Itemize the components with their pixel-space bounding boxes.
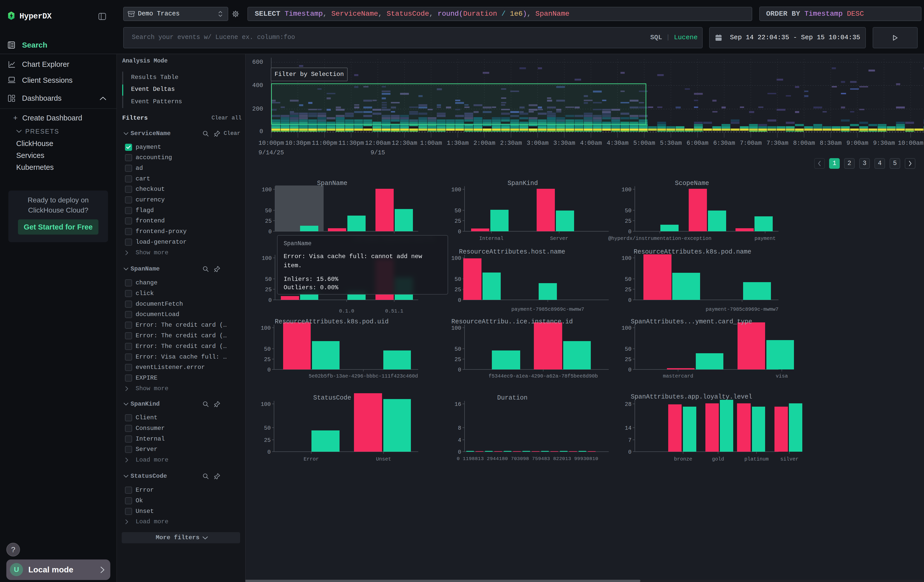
svg-text:25: 25: [625, 218, 632, 224]
svg-text:payment-7985c8969c-mwmw7: payment-7985c8969c-mwmw7: [706, 307, 779, 312]
svg-text:0: 0: [458, 229, 461, 235]
svg-text:50: 50: [625, 346, 632, 353]
svg-text:0.51.1: 0.51.1: [385, 308, 403, 314]
svg-text:f5344ec9-a1ea-4290-a62a-78f5be: f5344ec9-a1ea-4290-a62a-78f5bee8d90b: [488, 373, 598, 379]
svg-text:0: 0: [269, 297, 272, 303]
svg-text:100: 100: [262, 256, 272, 262]
svg-text:0: 0: [628, 229, 632, 235]
svg-text:0: 0: [458, 297, 461, 303]
svg-text:50: 50: [265, 276, 272, 283]
svg-text:platinum: platinum: [744, 456, 769, 462]
svg-text:silver: silver: [780, 456, 799, 462]
svg-text:14: 14: [625, 425, 632, 432]
svg-text:bronze: bronze: [674, 456, 692, 462]
svg-text:Server: Server: [550, 236, 568, 241]
svg-text:50: 50: [264, 346, 271, 353]
svg-text:50: 50: [455, 208, 461, 214]
svg-text:payment-7985c8969c-mwmw7: payment-7985c8969c-mwmw7: [512, 307, 584, 312]
svg-text:25: 25: [625, 356, 632, 363]
svg-text:0: 0: [458, 367, 461, 373]
svg-text:Internal: Internal: [479, 236, 503, 241]
svg-text:50: 50: [625, 208, 632, 214]
svg-text:visa: visa: [776, 373, 788, 379]
svg-text:50: 50: [455, 276, 461, 283]
svg-text:mastercard: mastercard: [663, 373, 693, 379]
svg-text:0: 0: [628, 297, 632, 303]
svg-text:0.1.0: 0.1.0: [339, 308, 354, 314]
svg-text:50: 50: [265, 208, 272, 214]
svg-text:25: 25: [265, 218, 272, 224]
svg-text:25: 25: [455, 356, 461, 363]
svg-text:Error: Error: [304, 456, 319, 462]
svg-text:0: 0: [628, 367, 632, 373]
svg-text:25: 25: [264, 356, 271, 363]
svg-text:0: 0: [628, 449, 632, 455]
svg-text:50: 50: [625, 276, 632, 283]
svg-text:@hyperdx/instrumentation-excep: @hyperdx/instrumentation-exception: [608, 236, 711, 241]
svg-text:7: 7: [628, 437, 632, 444]
svg-text:25: 25: [264, 437, 271, 444]
svg-text:25: 25: [455, 218, 461, 224]
svg-text:0: 0: [269, 229, 272, 235]
svg-text:50: 50: [455, 346, 461, 353]
svg-text:0: 0: [267, 449, 271, 455]
svg-text:50: 50: [264, 425, 271, 432]
svg-text:0: 0: [267, 367, 271, 373]
svg-text:25: 25: [265, 287, 272, 293]
svg-text:8: 8: [458, 425, 461, 432]
svg-text:gold: gold: [712, 456, 724, 462]
svg-text:payment: payment: [754, 236, 776, 241]
svg-text:25: 25: [625, 287, 632, 293]
svg-text:4: 4: [458, 437, 461, 444]
svg-text:5e02b5fb-13ae-4296-bbbc-111f42: 5e02b5fb-13ae-4296-bbbc-111f423c460d: [309, 373, 418, 379]
svg-text:25: 25: [455, 287, 461, 293]
